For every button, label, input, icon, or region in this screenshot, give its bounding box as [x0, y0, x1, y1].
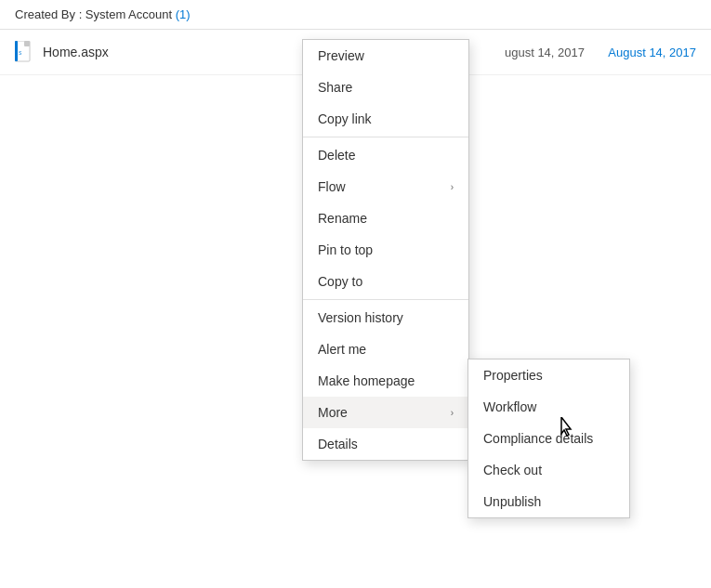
menu-item-copy-link[interactable]: Copy link	[303, 103, 468, 135]
menu-item-label-more: More	[318, 405, 348, 420]
menu-item-details[interactable]: Details	[303, 428, 468, 460]
menu-item-make-homepage[interactable]: Make homepage	[303, 365, 468, 397]
file-date-modified: ugust 14, 2017	[473, 46, 585, 59]
menu-item-version-history[interactable]: Version history	[303, 302, 468, 333]
file-icon: S	[15, 41, 33, 63]
submenu: PropertiesWorkflowCompliance detailsChec…	[467, 359, 630, 518]
svg-rect-2	[15, 41, 18, 61]
menu-divider	[303, 137, 468, 137]
top-bar-label: Created By : System Account	[15, 7, 172, 21]
menu-item-rename[interactable]: Rename	[303, 203, 468, 234]
submenu-item-workflow[interactable]: Workflow	[468, 391, 629, 423]
menu-item-label-copy-link: Copy link	[318, 111, 372, 126]
submenu-item-check-out[interactable]: Check out	[468, 454, 629, 486]
menu-item-label-flow: Flow	[318, 179, 346, 194]
menu-item-label-share: Share	[318, 80, 352, 95]
svg-rect-1	[24, 41, 30, 46]
menu-item-label-version-history: Version history	[318, 310, 403, 325]
submenu-item-label-workflow: Workflow	[483, 399, 536, 414]
menu-item-label-preview: Preview	[318, 48, 364, 63]
file-date-created: August 14, 2017	[585, 46, 696, 59]
menu-item-more[interactable]: More›	[303, 397, 468, 428]
submenu-item-label-compliance-details: Compliance details	[483, 431, 593, 446]
menu-divider	[303, 299, 468, 300]
menu-item-preview[interactable]: Preview	[303, 40, 468, 72]
menu-item-share[interactable]: Share	[303, 72, 468, 103]
menu-item-label-make-homepage: Make homepage	[318, 373, 415, 388]
menu-item-flow[interactable]: Flow›	[303, 171, 468, 203]
top-bar-count: (1)	[176, 7, 191, 21]
submenu-item-unpublish[interactable]: Unpublish	[468, 486, 629, 517]
menu-item-label-alert-me: Alert me	[318, 342, 366, 357]
menu-item-copy-to[interactable]: Copy to	[303, 266, 468, 297]
menu-item-alert-me[interactable]: Alert me	[303, 333, 468, 365]
submenu-item-label-properties: Properties	[483, 368, 543, 383]
submenu-item-label-unpublish: Unpublish	[483, 494, 541, 509]
menu-item-label-details: Details	[318, 437, 358, 451]
chevron-right-icon: ›	[451, 408, 454, 418]
menu-item-label-delete: Delete	[318, 148, 355, 163]
submenu-item-properties[interactable]: Properties	[468, 359, 629, 391]
menu-item-label-rename: Rename	[318, 211, 367, 226]
submenu-item-label-check-out: Check out	[483, 463, 542, 477]
menu-item-label-copy-to: Copy to	[318, 274, 362, 289]
chevron-right-icon: ›	[451, 182, 454, 192]
menu-item-delete[interactable]: Delete	[303, 139, 468, 171]
menu-item-label-pin-to-top: Pin to top	[318, 242, 373, 257]
submenu-item-compliance-details[interactable]: Compliance details	[468, 423, 629, 454]
context-menu: PreviewShareCopy linkDeleteFlow›RenamePi…	[302, 39, 469, 461]
top-bar: Created By : System Account (1)	[0, 0, 711, 30]
menu-item-pin-to-top[interactable]: Pin to top	[303, 234, 468, 266]
